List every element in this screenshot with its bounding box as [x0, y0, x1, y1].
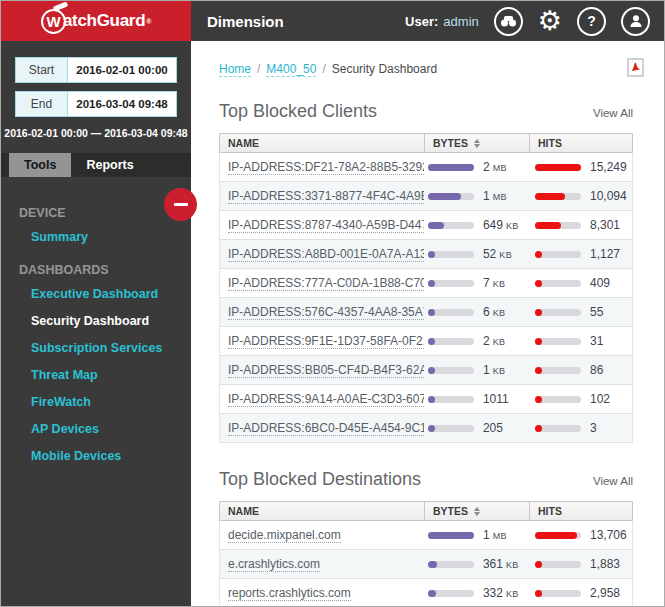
hits-value: 409 — [590, 276, 610, 290]
breadcrumb-home-link[interactable]: Home — [219, 62, 251, 77]
settings-gear-icon[interactable]: ⚙ — [538, 8, 562, 35]
bytes-value: 2KB — [483, 334, 506, 348]
hits-bar — [535, 396, 581, 403]
bytes-value: 361KB — [483, 557, 519, 571]
hits-bar — [535, 338, 581, 345]
anonymize-binoculars-icon[interactable] — [494, 7, 523, 36]
column-header-hits[interactable]: HITS — [529, 134, 632, 152]
blocked-name-link[interactable]: IP-ADDRESS:3371-8877-4F4C-4A9E-C32... — [228, 189, 424, 204]
breadcrumb-device-link[interactable]: M400_50 — [266, 62, 316, 77]
watchguard-logo: WatchGuard® — [1, 1, 191, 41]
bytes-value: 2MB — [483, 160, 507, 174]
byte-unit: KB — [499, 250, 512, 260]
end-date-input[interactable]: 2016-03-04 09:48 — [68, 92, 176, 116]
blocked-name-link[interactable]: IP-ADDRESS:777A-C0DA-1B88-C702-774... — [228, 276, 424, 291]
hits-bar — [535, 193, 581, 200]
export-pdf-button[interactable] — [627, 58, 644, 80]
sidebar-item-security-dashboard[interactable]: Security Dashboard — [19, 307, 191, 334]
logo-w-circle-icon: W — [41, 9, 66, 34]
bytes-value: 1KB — [483, 363, 506, 377]
hits-bar-fill — [535, 280, 542, 287]
blocked-name-link[interactable]: decide.mixpanel.com — [228, 528, 341, 543]
sidebar-item-threat-map[interactable]: Threat Map — [19, 361, 191, 388]
blocked-name-link[interactable]: reports.crashlytics.com — [228, 586, 351, 601]
blocked-name-link[interactable]: IP-ADDRESS:8787-4340-A59B-D447-B4A... — [228, 218, 424, 233]
bytes-value: 1MB — [483, 528, 507, 542]
top-blocked-destinations-section: Top Blocked Destinations View All NAME B… — [191, 469, 664, 606]
top-bar: WatchGuard® Dimension User: admin ⚙ ? — [1, 1, 664, 41]
blocked-name-link[interactable]: IP-ADDRESS:9F1E-1D37-58FA-0F21-C5B... — [228, 334, 424, 349]
bytes-bar — [428, 222, 474, 229]
blocked-name-link[interactable]: IP-ADDRESS:6BC0-D45E-A454-9C14-201... — [228, 421, 424, 436]
table-row: e.crashlytics.com361KB1,883 — [220, 550, 632, 579]
column-header-name[interactable]: NAME — [220, 502, 424, 520]
column-header-bytes[interactable]: BYTES — [424, 134, 529, 152]
bytes-bar — [428, 590, 474, 597]
user-account-icon[interactable] — [621, 7, 650, 36]
blocked-name-link[interactable]: IP-ADDRESS:9A14-A0AE-C3D3-607C-F10... — [228, 392, 424, 407]
breadcrumb: Home / M400_50 / Security Dashboard — [191, 41, 664, 80]
column-header-hits[interactable]: HITS — [529, 502, 632, 520]
hits-value: 55 — [590, 305, 603, 319]
column-header-bytes[interactable]: BYTES — [424, 502, 529, 520]
bytes-bar — [428, 561, 474, 568]
table-body: IP-ADDRESS:DF21-78A2-88B5-3292-71A...2MB… — [219, 153, 633, 443]
hits-value: 31 — [590, 334, 603, 348]
help-icon[interactable]: ? — [577, 7, 606, 36]
bytes-bar — [428, 532, 474, 539]
sidebar-item-firewatch[interactable]: FireWatch — [19, 388, 191, 415]
hits-bar-fill — [535, 309, 542, 316]
hits-value: 15,249 — [590, 160, 627, 174]
blocked-name-link[interactable]: e.crashlytics.com — [228, 557, 320, 572]
hits-bar-fill — [535, 193, 565, 200]
hits-bar — [535, 532, 581, 539]
blocked-name-link[interactable]: IP-ADDRESS:BB05-CF4D-B4F3-62AA-CE1... — [228, 363, 424, 378]
table-header: NAME BYTES HITS — [219, 501, 633, 521]
hits-bar-fill — [535, 164, 581, 171]
breadcrumb-separator: / — [322, 62, 325, 76]
table-row: IP-ADDRESS:6BC0-D45E-A454-9C14-201...205… — [220, 414, 632, 443]
hits-value: 102 — [590, 392, 610, 406]
bytes-bar-fill — [428, 309, 435, 316]
app-window: WatchGuard® Dimension User: admin ⚙ ? St… — [0, 0, 665, 607]
hits-bar — [535, 251, 581, 258]
blocked-name-link[interactable]: IP-ADDRESS:576C-4357-4AA8-35A7-9C8... — [228, 305, 424, 320]
sidebar-collapse-button[interactable] — [164, 188, 197, 221]
breadcrumb-separator: / — [257, 62, 260, 76]
view-all-link[interactable]: View All — [593, 475, 633, 487]
top-blocked-clients-section: Top Blocked Clients View All NAME BYTES … — [191, 101, 664, 443]
bytes-bar-fill — [428, 367, 435, 374]
hits-value: 13,706 — [590, 528, 627, 542]
table-row: decide.mixpanel.com1MB13,706 — [220, 521, 632, 550]
bytes-bar — [428, 164, 474, 171]
bytes-bar-fill — [428, 561, 437, 568]
bytes-bar-fill — [428, 193, 461, 200]
sidebar-item-executive-dashboard[interactable]: Executive Dashboard — [19, 280, 191, 307]
view-all-link[interactable]: View All — [593, 107, 633, 119]
byte-unit: KB — [493, 366, 506, 376]
hits-bar — [535, 425, 581, 432]
blocked-name-link[interactable]: IP-ADDRESS:DF21-78A2-88B5-3292-71A... — [228, 160, 424, 175]
hits-value: 86 — [590, 363, 603, 377]
sidebar-item-ap-devices[interactable]: AP Devices — [19, 415, 191, 442]
sidebar-item-mobile-devices[interactable]: Mobile Devices — [19, 442, 191, 469]
bytes-value: 1MB — [483, 189, 507, 203]
hits-bar-fill — [535, 251, 542, 258]
tab-reports[interactable]: Reports — [71, 153, 148, 177]
start-date-input[interactable]: 2016-02-01 00:00 — [68, 58, 176, 82]
bytes-value: 7KB — [483, 276, 506, 290]
hits-bar-fill — [535, 222, 561, 229]
table-row: reports.crashlytics.com332KB2,958 — [220, 579, 632, 606]
sidebar-item-summary[interactable]: Summary — [19, 223, 191, 250]
column-header-name[interactable]: NAME — [220, 134, 424, 152]
tab-tools[interactable]: Tools — [9, 153, 71, 177]
blocked-name-link[interactable]: IP-ADDRESS:A8BD-001E-0A7A-A130-4A3... — [228, 247, 424, 262]
sidebar-item-subscription-services[interactable]: Subscription Services — [19, 334, 191, 361]
bytes-bar — [428, 193, 474, 200]
byte-unit: MB — [493, 531, 507, 541]
bytes-bar-fill — [428, 532, 474, 539]
byte-unit: KB — [493, 308, 506, 318]
end-date-box: End 2016-03-04 09:48 — [15, 91, 177, 117]
bytes-bar-fill — [428, 396, 435, 403]
hits-bar — [535, 367, 581, 374]
